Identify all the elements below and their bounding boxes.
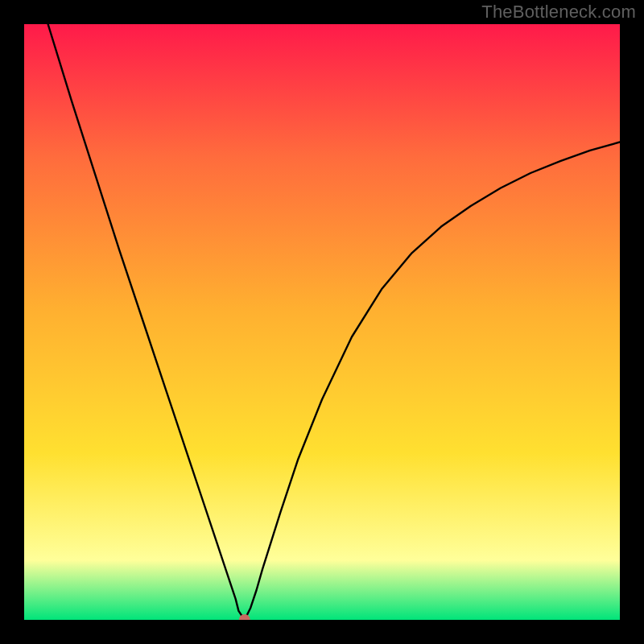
- watermark-text: TheBottleneck.com: [481, 2, 636, 23]
- plot-area: [24, 24, 620, 620]
- plot-svg: [24, 24, 620, 620]
- gradient-background: [24, 24, 620, 620]
- chart-frame: TheBottleneck.com: [0, 0, 644, 644]
